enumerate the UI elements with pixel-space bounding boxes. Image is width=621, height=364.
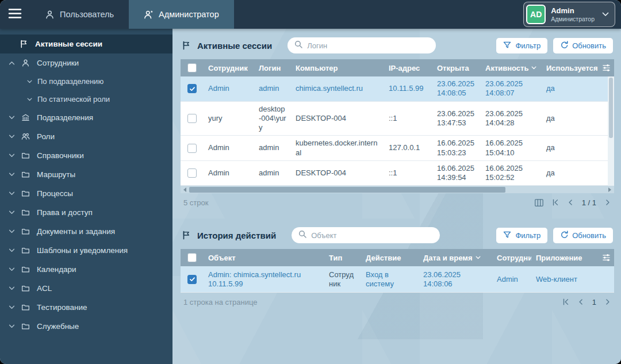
refresh-button[interactable]: Обновить <box>553 38 613 53</box>
column-settings-icon[interactable] <box>601 63 611 73</box>
scrollbar-thumb[interactable] <box>609 78 613 138</box>
column-settings-icon[interactable] <box>601 253 611 263</box>
sidebar-item-documents-tasks[interactable]: Документы и задания <box>0 222 172 241</box>
column-header[interactable]: Объект <box>204 254 324 262</box>
column-header[interactable]: Открыта <box>432 64 481 72</box>
columns-icon[interactable] <box>534 198 544 207</box>
sidebar-item-label: Тестирование <box>37 303 87 312</box>
row-checkbox[interactable] <box>187 84 197 93</box>
chevron-down-icon <box>9 173 16 177</box>
column-header[interactable]: Сотрудник <box>204 64 254 72</box>
sidebar-item-service[interactable]: Служебные <box>0 317 172 336</box>
table-row[interactable]: Admin admin kubernetes.docker.internal 1… <box>181 136 614 161</box>
chevron-down-icon <box>9 116 16 120</box>
select-all-checkbox[interactable] <box>187 253 197 262</box>
sidebar-item-label: Подразделения <box>37 113 93 122</box>
sidebar-item-label: Документы и задания <box>37 227 115 236</box>
sidebar-item-by-static-role[interactable]: По статической роли <box>0 90 172 108</box>
column-header[interactable]: Тип <box>324 254 361 262</box>
next-page-button[interactable] <box>604 298 611 306</box>
sidebar-item-routes[interactable]: Маршруты <box>0 165 172 184</box>
column-header-sorted[interactable]: Активность <box>481 64 542 72</box>
scroll-left-arrow[interactable] <box>181 186 189 193</box>
sidebar-item-testing[interactable]: Тестирование <box>0 298 172 317</box>
main-content: Активные сессии Фильтр <box>172 29 621 364</box>
cell-object: Admin: chimica.syntellect.ru 10.11.5.99 <box>204 267 324 292</box>
table-row[interactable]: Admin admin DESKTOP-004 ::1 16.06.2025 1… <box>181 161 614 186</box>
column-header-sorted[interactable]: Дата и время <box>419 254 492 262</box>
sidebar-item-employees[interactable]: Сотрудники <box>0 53 172 72</box>
first-page-button[interactable] <box>562 298 570 306</box>
prev-page-button[interactable] <box>567 198 574 206</box>
chevron-down-icon <box>27 80 32 83</box>
chevron-down-icon <box>9 324 16 328</box>
flag-icon <box>182 41 191 50</box>
column-header[interactable]: Логин <box>254 64 291 72</box>
sidebar-item-acl[interactable]: ACL <box>0 279 172 298</box>
sidebar-item-dictionaries[interactable]: Справочники <box>0 146 172 165</box>
table-row[interactable]: Admin: chimica.syntellect.ru 10.11.5.99 … <box>181 266 614 293</box>
scroll-right-arrow[interactable] <box>605 186 614 193</box>
sidebar-item-label: По подразделению <box>37 77 103 86</box>
sidebar-item-by-department[interactable]: По подразделению <box>0 72 172 90</box>
next-page-button[interactable] <box>604 198 611 206</box>
folder-icon <box>21 246 31 255</box>
sidebar-item-label: Активные сессии <box>35 40 102 48</box>
building-icon <box>21 113 31 122</box>
column-header[interactable]: IP-адрес <box>384 64 432 72</box>
tab-admin[interactable]: Администратор <box>129 0 234 29</box>
cell-opened: 23.06.2025 13:47:53 <box>432 106 481 131</box>
column-header[interactable]: Действие <box>361 254 419 262</box>
folder-icon <box>21 322 31 331</box>
vertical-scrollbar[interactable] <box>608 76 614 186</box>
tab-user-label: Пользователь <box>60 10 114 19</box>
person-icon <box>21 59 31 67</box>
folder-icon <box>21 227 31 236</box>
row-checkbox[interactable] <box>187 275 197 284</box>
sessions-table-footer: 5 строк 1 / 1 <box>181 193 614 212</box>
sidebar-item-roles[interactable]: Роли <box>0 127 172 146</box>
table-row[interactable]: yury desktop-004\yury DESKTOP-004 ::1 23… <box>181 102 614 136</box>
row-checkbox[interactable] <box>187 168 197 178</box>
user-name: Admin <box>551 6 595 16</box>
row-checkbox[interactable] <box>187 114 197 123</box>
filter-button[interactable]: Фильтр <box>496 228 547 243</box>
chevron-down-icon <box>9 191 16 196</box>
object-search <box>292 227 440 243</box>
row-checkbox[interactable] <box>187 144 197 153</box>
first-page-button[interactable] <box>551 198 559 206</box>
sidebar-item-templates-notifications[interactable]: Шаблоны и уведомления <box>0 241 172 260</box>
cell-computer: kubernetes.docker.internal <box>291 136 384 160</box>
sidebar-item-permissions[interactable]: Права и доступ <box>0 203 172 222</box>
user-menu[interactable]: AD Admin Администратор <box>523 2 615 27</box>
prev-page-button[interactable] <box>577 298 585 306</box>
object-search-input[interactable] <box>311 231 433 240</box>
sessions-table: Сотрудник Логин Компьютер IP-адрес Откры… <box>181 59 614 186</box>
sidebar-item-active-sessions[interactable]: Активные сессии <box>0 35 172 53</box>
select-all-checkbox[interactable] <box>187 63 197 72</box>
filter-button[interactable]: Фильтр <box>496 38 547 53</box>
sidebar-item-calendars[interactable]: Календари <box>0 260 172 279</box>
column-header-label: Дата и время <box>423 254 473 262</box>
column-header[interactable]: Компьютер <box>291 64 384 72</box>
menu-button[interactable] <box>0 0 30 29</box>
cell-employee: Admin <box>204 166 254 181</box>
admin-user-icon <box>144 10 154 20</box>
sidebar-item-departments[interactable]: Подразделения <box>0 108 172 127</box>
table-row[interactable]: Admin admin chimica.syntellect.ru 10.11.… <box>181 76 614 102</box>
login-search-input[interactable] <box>307 41 429 50</box>
column-header-label: Активность <box>485 64 528 72</box>
section-title: История действий <box>197 231 276 240</box>
cell-employee: Admin <box>204 81 254 96</box>
column-header[interactable]: Сотрудник <box>492 254 531 262</box>
refresh-button[interactable]: Обновить <box>553 228 613 243</box>
chevron-down-icon <box>9 154 16 158</box>
scrollbar-thumb[interactable] <box>189 187 505 193</box>
tab-admin-label: Администратор <box>159 10 219 19</box>
cell-action: Вход в систему <box>361 267 419 292</box>
sidebar-item-processes[interactable]: Процессы <box>0 184 172 203</box>
horizontal-scrollbar[interactable] <box>181 186 614 193</box>
sort-desc-icon <box>476 256 481 259</box>
tab-user[interactable]: Пользователь <box>30 0 129 29</box>
cell-activity: 23.06.2025 14:08:07 <box>481 76 542 101</box>
